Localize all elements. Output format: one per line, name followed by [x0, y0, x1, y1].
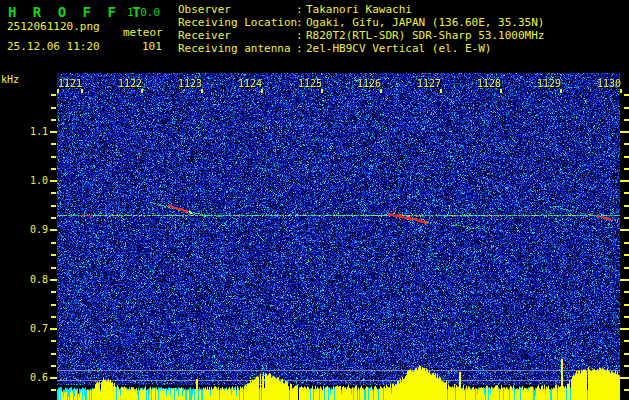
freq-minor-tick — [51, 156, 56, 158]
output-filename: 2512061120.png — [7, 21, 100, 33]
freq-minor-tick-right — [624, 254, 629, 256]
time-tick — [201, 89, 203, 93]
freq-minor-tick — [51, 389, 56, 391]
freq-minor-tick-right — [624, 340, 629, 342]
freq-major-tick-right — [620, 377, 629, 379]
freq-major-tick — [50, 279, 57, 281]
freq-minor-tick — [51, 192, 56, 194]
freq-minor-tick-right — [624, 205, 629, 207]
freq-minor-tick — [51, 365, 56, 367]
time-tick-label: 1121 — [56, 78, 84, 89]
freq-major-tick — [50, 377, 57, 379]
info-label-location: Receiving Location — [178, 17, 297, 29]
freq-unit-label: kHz — [1, 74, 19, 85]
freq-minor-tick-right — [624, 267, 629, 269]
info-value-location: Ogaki, Gifu, JAPAN (136.60E, 35.35N) — [306, 17, 544, 29]
freq-major-tick — [50, 180, 57, 182]
info-value-antenna: 2el-HB9CV Vertical (el. E-W) — [306, 43, 491, 55]
freq-major-tick-right — [620, 229, 629, 231]
hrofft-window: H R O F F T 1.0.0 2512061120.png meteor … — [0, 0, 629, 400]
freq-minor-tick — [51, 316, 56, 318]
freq-minor-tick-right — [624, 365, 629, 367]
time-tick-label: 1127 — [415, 78, 443, 89]
info-value-receiver: R820T2(RTL-SDR) SDR-Sharp 53.1000MHz — [306, 30, 544, 42]
freq-minor-tick — [51, 291, 56, 293]
time-tick-label: 1130 — [595, 78, 623, 89]
info-value-observer: Takanori Kawachi — [306, 4, 412, 16]
time-tick-label: 1128 — [475, 78, 503, 89]
time-tick-label: 1122 — [116, 78, 144, 89]
freq-major-tick — [50, 131, 57, 133]
info-sep: : — [296, 30, 303, 42]
time-tick — [141, 89, 143, 93]
info-label-observer: Observer — [178, 4, 231, 16]
freq-major-tick-right — [620, 131, 629, 133]
freq-minor-tick-right — [624, 94, 629, 96]
freq-minor-tick-right — [624, 353, 629, 355]
freq-major-tick-right — [620, 180, 629, 182]
freq-tick-label: 0.9 — [8, 224, 48, 235]
freq-minor-tick-right — [624, 192, 629, 194]
freq-minor-tick-right — [624, 291, 629, 293]
time-tick-label: 1129 — [535, 78, 563, 89]
freq-minor-tick-right — [624, 156, 629, 158]
info-sep: : — [296, 4, 303, 16]
freq-minor-tick — [51, 242, 56, 244]
time-tick — [380, 89, 382, 93]
freq-minor-tick — [51, 168, 56, 170]
info-sep: : — [296, 17, 303, 29]
freq-minor-tick-right — [624, 242, 629, 244]
app-version: 1.0.0 — [127, 6, 160, 19]
freq-minor-tick — [51, 254, 56, 256]
spectrogram-canvas — [57, 73, 620, 400]
time-tick-label: 1126 — [355, 78, 383, 89]
freq-major-tick — [50, 229, 57, 231]
freq-minor-tick-right — [624, 143, 629, 145]
time-tick — [321, 89, 323, 93]
freq-minor-tick — [51, 119, 56, 121]
datetime-label: 25.12.06 11:20 — [7, 41, 100, 53]
freq-tick-label: 0.8 — [8, 274, 48, 285]
time-tick-label: 1125 — [296, 78, 324, 89]
count-label: 101 — [142, 41, 162, 53]
info-sep: : — [296, 43, 303, 55]
freq-minor-tick — [51, 217, 56, 219]
time-tick — [261, 89, 263, 93]
freq-minor-tick-right — [624, 168, 629, 170]
freq-minor-tick-right — [624, 217, 629, 219]
time-tick-label: 1123 — [176, 78, 204, 89]
freq-major-tick-right — [620, 328, 629, 330]
freq-minor-tick — [51, 304, 56, 306]
time-tick — [620, 89, 622, 93]
freq-minor-tick — [51, 340, 56, 342]
time-tick — [81, 89, 83, 93]
mode-label: meteor — [123, 27, 163, 39]
freq-minor-tick — [51, 107, 56, 109]
freq-tick-label: 0.6 — [8, 372, 48, 383]
freq-major-tick-right — [620, 279, 629, 281]
freq-minor-tick — [51, 143, 56, 145]
time-tick-label: 1124 — [236, 78, 264, 89]
app-title: H R O F F T — [8, 4, 145, 20]
time-tick — [560, 89, 562, 93]
freq-minor-tick — [51, 94, 56, 96]
freq-tick-label: 1.0 — [8, 175, 48, 186]
freq-minor-tick-right — [624, 304, 629, 306]
freq-minor-tick-right — [624, 389, 629, 391]
time-tick — [440, 89, 442, 93]
freq-minor-tick — [51, 353, 56, 355]
freq-minor-tick-right — [624, 107, 629, 109]
freq-minor-tick — [51, 267, 56, 269]
time-tick — [57, 89, 59, 93]
freq-tick-label: 1.1 — [8, 126, 48, 137]
info-label-receiver: Receiver — [178, 30, 231, 42]
freq-minor-tick-right — [624, 119, 629, 121]
info-label-antenna: Receiving antenna — [178, 43, 291, 55]
freq-major-tick — [50, 328, 57, 330]
freq-minor-tick-right — [624, 316, 629, 318]
freq-tick-label: 0.7 — [8, 323, 48, 334]
time-tick — [500, 89, 502, 93]
freq-minor-tick — [51, 205, 56, 207]
